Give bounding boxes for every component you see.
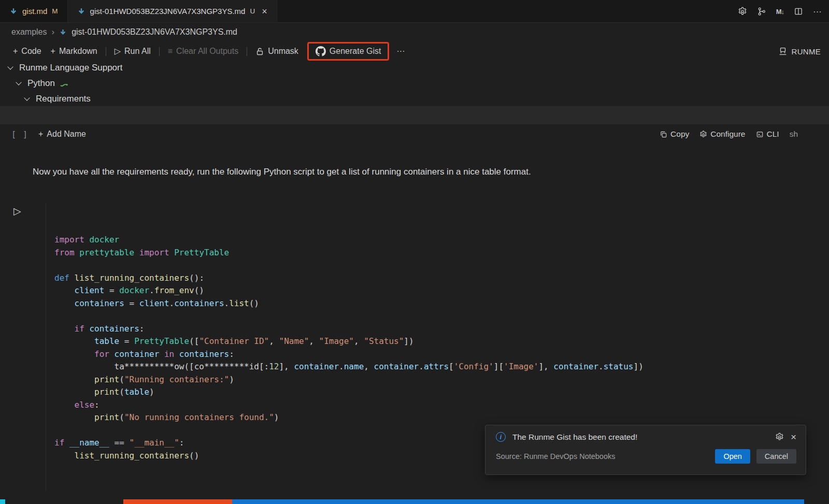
toolbar-separator: [106, 47, 106, 56]
tab-gist-generated-md[interactable]: gist-01HWD053BZ23JN6VA7X3NGP3YS.md U ×: [68, 0, 277, 22]
terminal-icon: [756, 131, 764, 138]
cell-language-label[interactable]: sh: [790, 129, 798, 139]
breadcrumb-file[interactable]: gist-01HWD053BZ23JN6VA7X3NGP3YS.md: [72, 27, 237, 37]
markdown-paragraph: Now you have all the requirements ready,…: [33, 167, 665, 177]
tab-label: gist-01HWD053BZ23JN6VA7X3NGP3YS.md: [90, 7, 246, 16]
close-notification-icon[interactable]: ×: [791, 432, 796, 442]
settings-gear-icon[interactable]: [738, 7, 747, 16]
source-control-icon[interactable]: [757, 7, 766, 16]
play-icon: ▷: [115, 47, 121, 55]
cli-label: CLI: [767, 129, 779, 139]
more-actions-icon[interactable]: ···: [396, 47, 405, 56]
add-markdown-button[interactable]: + Markdown: [46, 44, 102, 59]
clear-all-outputs-label: Clear All Outputs: [176, 47, 238, 56]
notification-toast: i The Runme Gist has been created! × Sou…: [485, 425, 806, 475]
tab-label: gist.md: [22, 7, 47, 16]
runme-button[interactable]: RUNME: [778, 47, 821, 56]
split-editor-icon[interactable]: [794, 7, 803, 16]
chevron-down-icon[interactable]: [16, 79, 21, 85]
section-label: Python: [27, 78, 55, 89]
breadcrumb-folder[interactable]: examples: [11, 27, 47, 37]
status-bar: [0, 499, 829, 504]
info-icon: i: [496, 432, 506, 442]
status-bar-segment-orange: [123, 499, 232, 504]
plus-icon: +: [13, 47, 18, 55]
copy-button[interactable]: Copy: [660, 129, 689, 139]
section-runme-language-support[interactable]: Runme Language Support: [8, 60, 122, 76]
requirements-cell-editor[interactable]: [0, 106, 829, 124]
vscode-window: gist.md M gist-01HWD053BZ23JN6VA7X3NGP3Y…: [0, 0, 829, 504]
close-tab-icon[interactable]: ×: [262, 7, 267, 16]
requirements-cell-footer: [ ] + Add Name Copy Configure CLI sh: [0, 125, 829, 146]
configure-button[interactable]: Configure: [699, 129, 745, 139]
breadcrumb: examples › gist-01HWD053BZ23JN6VA7X3NGP3…: [11, 27, 237, 37]
gear-icon: [699, 131, 707, 138]
add-markdown-label: Markdown: [59, 47, 97, 56]
generate-gist-button[interactable]: Generate Gist: [316, 46, 381, 56]
add-name-button[interactable]: + Add Name: [38, 129, 86, 139]
cancel-button[interactable]: Cancel: [756, 449, 796, 464]
github-icon: [316, 46, 326, 56]
section-python[interactable]: Python: [17, 76, 68, 91]
add-code-label: Code: [21, 47, 41, 56]
configure-label: Configure: [710, 129, 745, 139]
markdown-file-icon: [9, 7, 18, 16]
section-label: Runme Language Support: [19, 63, 122, 73]
plus-icon: +: [51, 47, 55, 55]
toolbar-separator: [159, 47, 160, 56]
more-actions-icon[interactable]: ···: [813, 7, 822, 16]
add-name-label: Add Name: [47, 129, 86, 139]
annotation-highlight-box: Generate Gist: [307, 42, 390, 61]
toast-header: i The Runme Gist has been created! ×: [485, 425, 806, 442]
section-label: Requirements: [36, 94, 91, 104]
generate-gist-label: Generate Gist: [330, 47, 381, 56]
cell-actions: Copy Configure CLI sh: [660, 129, 798, 139]
open-button[interactable]: Open: [715, 449, 750, 464]
tab-gist-md[interactable]: gist.md M: [0, 0, 68, 22]
status-bar-segment-dark: [804, 499, 829, 504]
chevron-right-icon: ›: [51, 27, 54, 37]
notification-settings-gear-icon[interactable]: [775, 433, 784, 441]
cli-button[interactable]: CLI: [756, 129, 779, 139]
clear-all-outputs-button[interactable]: ≡ Clear All Outputs: [163, 44, 243, 59]
snake-icon: [60, 79, 68, 88]
unmask-label: Unmask: [268, 47, 298, 56]
chevron-down-icon[interactable]: [7, 64, 13, 69]
unlock-icon: [255, 47, 264, 56]
toast-body: Source: Runme DevOps Notebooks Open Canc…: [485, 442, 806, 464]
chevron-down-icon[interactable]: [24, 95, 30, 100]
plus-icon: +: [38, 129, 43, 139]
toolbar-separator: [247, 47, 247, 56]
copy-label: Copy: [670, 129, 689, 139]
execution-order-indicator: [ ]: [11, 130, 28, 139]
cell-border: [46, 203, 46, 491]
tab-bar: gist.md M gist-01HWD053BZ23JN6VA7X3NGP3Y…: [0, 0, 829, 23]
toast-source: Source: Runme DevOps Notebooks: [496, 452, 715, 460]
editor-actions: M↓ ···: [738, 0, 822, 23]
status-bar-segment-cyan: [0, 499, 5, 504]
markdown-preview-icon[interactable]: M↓: [776, 8, 784, 16]
runme-deploy-icon: [778, 47, 788, 56]
notebook-toolbar: + Code + Markdown ▷ Run All ≡ Clear All …: [8, 41, 821, 61]
markdown-file-icon: [77, 7, 85, 16]
git-modified-badge: M: [52, 7, 58, 15]
markdown-file-icon: [59, 28, 67, 36]
run-all-button[interactable]: ▷ Run All: [110, 44, 155, 59]
toast-message: The Runme Gist has been created!: [512, 433, 768, 442]
clear-all-icon: ≡: [168, 47, 173, 55]
status-bar-segment-dark: [5, 499, 123, 504]
copy-icon: [660, 131, 667, 138]
section-requirements[interactable]: Requirements: [25, 91, 91, 107]
git-untracked-badge: U: [250, 7, 255, 15]
status-bar-segment-blue: [232, 499, 804, 504]
run-all-label: Run All: [124, 47, 151, 56]
runme-label: RUNME: [792, 47, 821, 56]
unmask-button[interactable]: Unmask: [251, 44, 303, 59]
add-code-button[interactable]: + Code: [8, 44, 46, 59]
run-cell-button[interactable]: ▷: [13, 205, 21, 217]
